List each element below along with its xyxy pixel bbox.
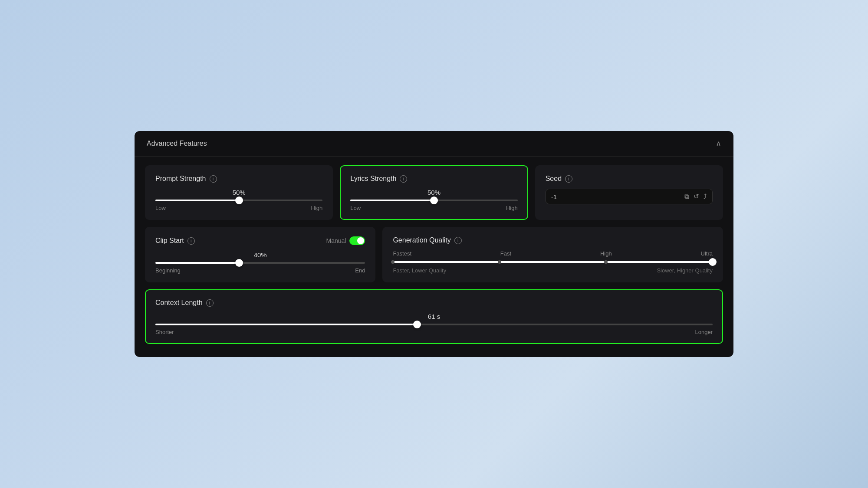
seed-share-icon[interactable]: ⤴ <box>704 193 707 200</box>
quality-option-labels: Fastest Fast High Ultra <box>393 250 713 257</box>
manual-toggle-switch[interactable] <box>349 236 365 245</box>
quality-slider-container[interactable] <box>393 261 713 263</box>
lyrics-strength-card: Lyrics Strength i 50% Low High <box>340 165 528 220</box>
context-length-info-icon[interactable]: i <box>206 299 214 307</box>
prompt-strength-track <box>155 200 322 201</box>
prompt-strength-labels: Low High <box>155 205 322 211</box>
clip-start-title-row: Clip Start i <box>155 237 195 245</box>
seed-refresh-icon[interactable]: ↺ <box>694 193 699 200</box>
context-shorter: Shorter <box>155 329 174 335</box>
quality-fill <box>393 261 713 263</box>
clip-start-thumb[interactable] <box>235 259 243 267</box>
seed-label: Seed <box>546 175 562 183</box>
lyrics-strength-title-row: Lyrics Strength i <box>350 175 517 183</box>
toggle-knob <box>357 237 364 244</box>
context-length-title-row: Context Length i <box>155 299 713 307</box>
seed-copy-icon[interactable]: ⧉ <box>684 193 689 200</box>
lyrics-strength-track <box>350 200 517 201</box>
manual-label: Manual <box>326 237 346 244</box>
clip-start-header: Clip Start i Manual <box>155 236 365 245</box>
prompt-strength-low: Low <box>155 205 166 211</box>
seed-input-row: -1 ⧉ ↺ ⤴ <box>546 189 713 204</box>
context-longer: Longer <box>695 329 713 335</box>
gen-quality-title-row: Generation Quality i <box>393 236 713 244</box>
quality-fastest: Fastest <box>393 250 411 257</box>
lyrics-strength-label: Lyrics Strength <box>350 175 396 183</box>
seed-info-icon[interactable]: i <box>565 175 572 183</box>
lyrics-strength-labels: Low High <box>350 205 517 211</box>
prompt-strength-title-row: Prompt Strength i <box>155 175 322 183</box>
clip-start-card: Clip Start i Manual 40% Beginning <box>145 227 375 282</box>
middle-cards-row: Clip Start i Manual 40% Beginning <box>135 220 733 282</box>
generation-quality-card: Generation Quality i Fastest Fast High U… <box>382 227 723 282</box>
lyrics-strength-value: 50% <box>350 189 517 196</box>
clip-start-end: End <box>355 267 365 274</box>
panel-title: Advanced Features <box>147 140 207 147</box>
quality-thumb[interactable] <box>709 258 717 266</box>
lyrics-strength-fill <box>350 200 434 201</box>
quality-dot-1 <box>391 260 395 264</box>
context-row: Context Length i 61 s Shorter Longer <box>135 282 733 344</box>
manual-toggle-row: Manual <box>326 236 365 245</box>
lyrics-strength-slider-container[interactable] <box>350 200 517 201</box>
prompt-strength-fill <box>155 200 239 201</box>
prompt-strength-thumb[interactable] <box>235 197 243 204</box>
main-panel: Advanced Features ∧ Prompt Strength i 50… <box>135 131 733 357</box>
panel-header: Advanced Features ∧ <box>135 131 733 157</box>
seed-icons: ⧉ ↺ ⤴ <box>684 193 707 200</box>
prompt-strength-info-icon[interactable]: i <box>210 175 217 183</box>
clip-start-track <box>155 262 365 264</box>
seed-card: Seed i -1 ⧉ ↺ ⤴ <box>535 165 723 220</box>
context-length-thumb[interactable] <box>413 321 421 328</box>
context-length-fill <box>155 324 417 325</box>
quality-ultra: Ultra <box>701 250 713 257</box>
prompt-strength-label: Prompt Strength <box>155 175 206 183</box>
clip-start-beginning: Beginning <box>155 267 181 274</box>
quality-high: High <box>600 250 612 257</box>
prompt-strength-card: Prompt Strength i 50% Low High <box>145 165 333 220</box>
seed-value: -1 <box>551 193 684 200</box>
quality-dot-3 <box>604 260 608 264</box>
gen-quality-info-icon[interactable]: i <box>454 237 462 244</box>
context-length-value: 61 s <box>155 313 713 320</box>
quality-fast: Fast <box>500 250 511 257</box>
clip-start-slider-container[interactable] <box>155 262 365 264</box>
collapse-icon[interactable]: ∧ <box>716 139 721 148</box>
clip-start-info-icon[interactable]: i <box>187 237 195 245</box>
quality-bottom-left: Faster, Lower Quality <box>393 267 446 274</box>
quality-bottom-right: Slower, Higher Quality <box>657 267 713 274</box>
prompt-strength-slider-container[interactable] <box>155 200 322 201</box>
quality-dot-2 <box>498 260 501 264</box>
clip-start-value: 40% <box>155 251 365 259</box>
clip-start-fill <box>155 262 239 264</box>
top-cards-row: Prompt Strength i 50% Low High Lyrics St… <box>135 157 733 220</box>
context-length-track <box>155 324 713 325</box>
lyrics-strength-high: High <box>506 205 518 211</box>
clip-start-labels: Beginning End <box>155 267 365 274</box>
lyrics-strength-low: Low <box>350 205 361 211</box>
context-length-labels: Shorter Longer <box>155 329 713 335</box>
gen-quality-label: Generation Quality <box>393 236 450 244</box>
quality-track <box>393 261 713 263</box>
lyrics-strength-thumb[interactable] <box>430 197 438 204</box>
prompt-strength-high: High <box>311 205 323 211</box>
lyrics-strength-info-icon[interactable]: i <box>400 175 407 183</box>
context-length-card: Context Length i 61 s Shorter Longer <box>145 289 723 344</box>
context-length-label: Context Length <box>155 299 203 307</box>
quality-bottom-labels: Faster, Lower Quality Slower, Higher Qua… <box>393 267 713 274</box>
seed-title-row: Seed i <box>546 175 713 183</box>
context-length-slider-container[interactable] <box>155 324 713 325</box>
prompt-strength-value: 50% <box>155 189 322 196</box>
clip-start-label: Clip Start <box>155 237 184 245</box>
